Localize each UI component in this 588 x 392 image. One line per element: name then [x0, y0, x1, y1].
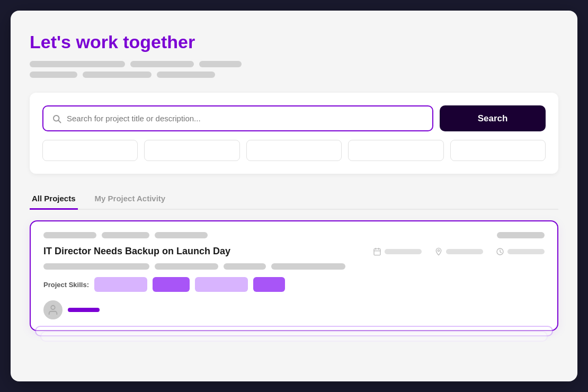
project-card[interactable]: IT Director Needs Backup on Launch Day	[30, 220, 558, 331]
search-icon	[52, 114, 61, 123]
meta-location	[434, 247, 483, 256]
skeleton-tag	[155, 232, 208, 238]
card-top-skeletons	[43, 232, 545, 238]
meta-time-value	[507, 249, 545, 254]
search-button[interactable]: Search	[440, 105, 546, 131]
tab-my-activity[interactable]: My Project Activity	[93, 189, 168, 210]
skeleton-line	[199, 61, 242, 67]
skeleton-tag	[102, 232, 149, 238]
card-title: IT Director Needs Backup on Launch Day	[43, 246, 230, 257]
skill-chip-1	[94, 277, 147, 292]
card-shadow-2	[40, 331, 548, 342]
avatar	[43, 300, 63, 319]
card-title-row: IT Director Needs Backup on Launch Day	[43, 246, 545, 257]
skeleton-desc	[43, 263, 149, 270]
meta-location-value	[446, 249, 483, 254]
skills-label: Project Skills:	[43, 281, 89, 289]
avatar-row	[43, 300, 545, 319]
filter-box-4[interactable]	[348, 140, 443, 161]
location-icon	[434, 247, 443, 256]
project-card-container: IT Director Needs Backup on Launch Day	[30, 220, 558, 342]
skeleton-line	[83, 72, 152, 78]
svg-rect-2	[374, 248, 380, 255]
skill-chip-2	[153, 277, 190, 292]
meta-date-value	[385, 249, 422, 254]
calendar-icon	[373, 247, 381, 256]
search-input[interactable]	[67, 106, 424, 130]
skeleton-line	[157, 72, 215, 78]
filter-box-1[interactable]	[42, 140, 138, 161]
avatar-name-skeleton	[68, 308, 100, 312]
skeleton-desc	[271, 263, 345, 270]
skeleton-line	[30, 61, 125, 67]
user-icon	[47, 304, 59, 316]
tabs-row: All Projects My Project Activity	[30, 189, 558, 210]
skeleton-tag	[43, 232, 96, 238]
svg-line-1	[58, 120, 60, 122]
skill-chip-3	[195, 277, 248, 292]
page-title: Let's work together	[30, 32, 558, 52]
subtitle-skeletons	[30, 61, 558, 78]
skeleton-line	[130, 61, 194, 67]
skills-row: Project Skills:	[43, 277, 545, 292]
clock-icon	[496, 247, 504, 256]
search-card: Search	[30, 93, 558, 174]
skeleton-desc	[224, 263, 266, 270]
filter-box-3[interactable]	[246, 140, 342, 161]
svg-point-8	[51, 306, 55, 309]
skeleton-status	[497, 232, 545, 238]
skill-chip-4	[253, 277, 285, 292]
tab-all-projects[interactable]: All Projects	[30, 189, 78, 210]
svg-point-6	[438, 250, 439, 251]
card-desc-skeletons	[43, 263, 545, 270]
meta-calendar	[373, 247, 422, 256]
meta-clock	[496, 247, 545, 256]
main-window: Let's work together Search	[11, 11, 577, 381]
skeleton-desc	[155, 263, 218, 270]
search-input-wrapper[interactable]	[42, 105, 433, 131]
skeleton-line	[30, 72, 77, 78]
filter-box-2[interactable]	[144, 140, 239, 161]
card-meta	[373, 247, 545, 256]
search-row: Search	[42, 105, 546, 131]
filter-row	[42, 140, 546, 161]
filter-box-5[interactable]	[450, 140, 546, 161]
